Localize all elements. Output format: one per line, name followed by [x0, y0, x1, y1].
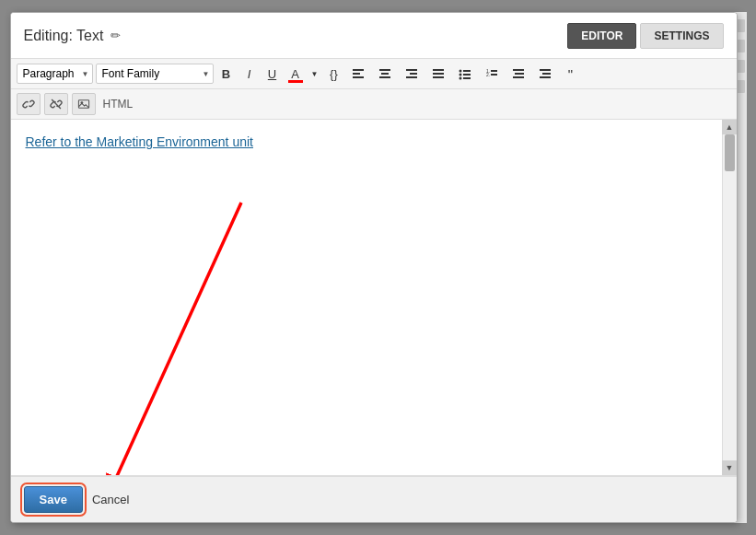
svg-rect-7 — [410, 73, 417, 75]
paragraph-select-wrapper: Paragraph Heading 1 Heading 2 Heading 3 — [17, 64, 93, 84]
insert-link-button[interactable] — [17, 93, 41, 115]
align-center-button[interactable] — [373, 63, 397, 85]
align-center-icon — [378, 67, 391, 80]
align-right-button[interactable] — [400, 63, 424, 85]
red-arrow-annotation — [57, 193, 269, 476]
unlink-icon — [50, 98, 63, 110]
svg-rect-23 — [515, 73, 524, 75]
font-family-select-wrapper: Font Family Arial Times New Roman Verdan… — [96, 64, 214, 84]
svg-rect-6 — [406, 69, 417, 71]
font-color-dropdown[interactable]: ▼ — [308, 63, 321, 85]
toolbar-row-2: HTML — [11, 89, 737, 119]
remove-link-button[interactable] — [44, 93, 68, 115]
editor-toolbar: Paragraph Heading 1 Heading 2 Heading 3 … — [11, 59, 737, 120]
svg-rect-2 — [353, 76, 364, 78]
blockquote-button[interactable]: " — [560, 63, 580, 85]
tab-editor[interactable]: EDITOR — [567, 23, 636, 49]
color-indicator — [288, 80, 303, 83]
svg-point-14 — [459, 74, 462, 76]
svg-rect-9 — [433, 69, 444, 71]
image-icon — [77, 98, 90, 110]
svg-rect-25 — [540, 69, 551, 71]
save-button[interactable]: Save — [24, 486, 83, 513]
insert-image-button[interactable] — [72, 93, 96, 115]
svg-rect-27 — [540, 76, 551, 78]
svg-rect-21 — [491, 74, 497, 76]
scroll-track — [723, 134, 737, 460]
modal-dialog: Editing: Text ✏ EDITOR SETTINGS Paragrap… — [10, 12, 738, 523]
indent-button[interactable] — [533, 63, 557, 85]
link-icon — [22, 98, 35, 110]
outdent-icon — [512, 67, 525, 80]
toolbar-row-1: Paragraph Heading 1 Heading 2 Heading 3 … — [11, 59, 737, 89]
html-label[interactable]: HTML — [103, 98, 134, 110]
svg-point-16 — [459, 77, 462, 80]
align-right-icon — [405, 67, 418, 80]
editor-content-area[interactable]: Refer to the Marketing Environment unit … — [11, 120, 737, 476]
list-ol-icon: 1. 2. — [485, 67, 498, 80]
paragraph-select[interactable]: Paragraph Heading 1 Heading 2 Heading 3 — [17, 64, 93, 84]
header-tabs: EDITOR SETTINGS — [567, 23, 723, 49]
svg-rect-10 — [433, 73, 444, 75]
svg-rect-4 — [381, 73, 389, 75]
modal-title-area: Editing: Text ✏ — [24, 28, 122, 44]
tab-settings[interactable]: SETTINGS — [640, 23, 723, 49]
modal-header: Editing: Text ✏ EDITOR SETTINGS — [11, 13, 737, 59]
modal-footer: Save Cancel — [11, 476, 737, 522]
bold-button[interactable]: B — [216, 63, 237, 85]
svg-rect-13 — [463, 70, 471, 72]
italic-button[interactable]: I — [239, 63, 260, 85]
font-family-select[interactable]: Font Family Arial Times New Roman Verdan… — [96, 64, 214, 84]
list-ol-button[interactable]: 1. 2. — [480, 63, 504, 85]
svg-rect-1 — [353, 73, 360, 75]
svg-rect-24 — [513, 76, 524, 78]
justify-button[interactable] — [426, 63, 450, 85]
svg-rect-19 — [491, 70, 497, 72]
svg-text:2.: 2. — [486, 72, 490, 77]
svg-rect-17 — [463, 77, 471, 79]
svg-line-31 — [103, 203, 241, 476]
content-link[interactable]: Refer to the Marketing Environment unit — [26, 134, 253, 149]
align-left-button[interactable] — [346, 63, 370, 85]
scroll-down-arrow[interactable]: ▼ — [722, 460, 737, 475]
scroll-up-arrow[interactable]: ▲ — [722, 120, 737, 134]
scroll-thumb[interactable] — [725, 134, 735, 171]
underline-button[interactable]: U — [262, 63, 283, 85]
indent-icon — [539, 67, 552, 80]
svg-rect-15 — [463, 74, 471, 76]
justify-icon — [432, 67, 445, 80]
svg-rect-22 — [513, 69, 524, 71]
svg-rect-8 — [406, 76, 417, 78]
align-left-icon — [352, 67, 365, 80]
svg-rect-5 — [379, 76, 390, 78]
svg-rect-3 — [379, 69, 390, 71]
svg-rect-11 — [433, 76, 444, 78]
font-color-button[interactable]: A — [285, 63, 306, 85]
list-ul-button[interactable] — [453, 63, 477, 85]
svg-point-12 — [459, 70, 462, 73]
outdent-button[interactable] — [506, 63, 530, 85]
cancel-button[interactable]: Cancel — [92, 493, 129, 506]
svg-rect-26 — [542, 73, 551, 75]
code-button[interactable]: {} — [323, 63, 343, 85]
editor-scrollbar[interactable]: ▲ ▼ — [722, 120, 737, 475]
svg-rect-0 — [353, 69, 364, 71]
list-ul-icon — [459, 67, 471, 80]
edit-icon[interactable]: ✏ — [110, 29, 121, 42]
modal-title-text: Editing: Text — [24, 28, 104, 44]
